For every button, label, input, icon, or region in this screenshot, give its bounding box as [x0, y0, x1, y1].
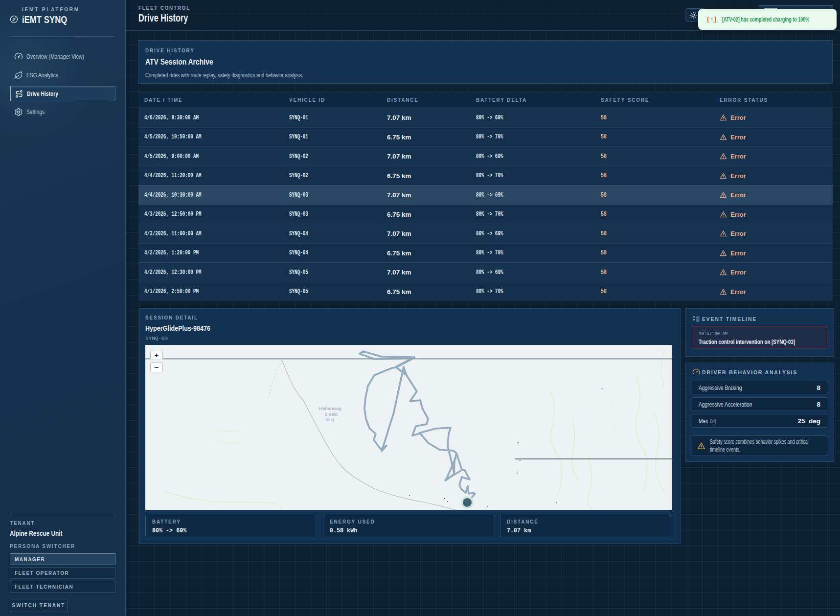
svg-text:Hohenweg: Hohenweg	[319, 406, 341, 411]
svg-text:2 Kekt: 2 Kekt	[325, 411, 338, 417]
svg-text:falst: falst	[325, 417, 334, 422]
